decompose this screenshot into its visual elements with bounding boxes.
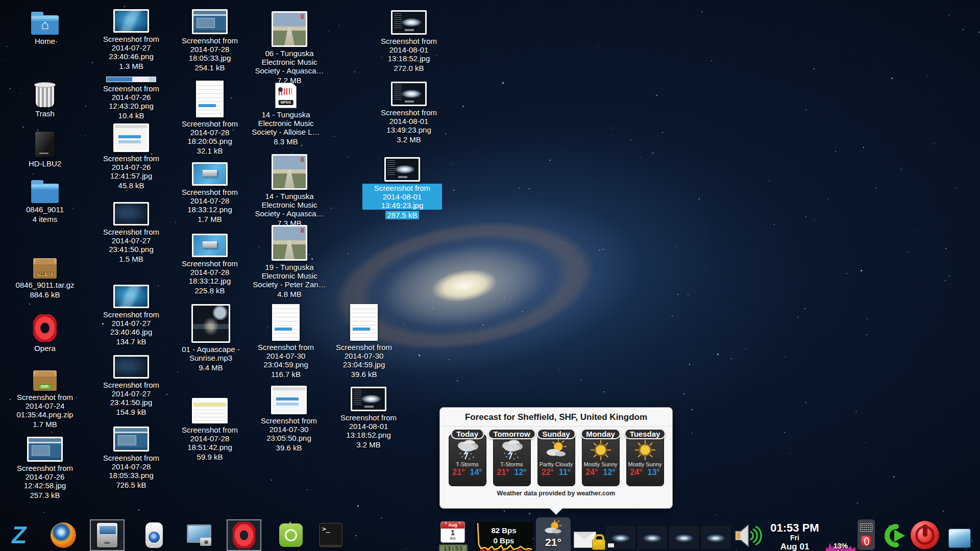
desktop-icon[interactable]: Screenshot from 2014-08-01 13:49:23.jpg2… (362, 157, 442, 220)
desktop-icon[interactable]: Screenshot from 2014-07-28 18:20:05.png3… (170, 81, 250, 156)
desktop-icon[interactable]: 819 - Tunguska Electronic Music Society … (250, 225, 329, 299)
power-button[interactable] (911, 521, 939, 549)
desktop-icon[interactable]: Screenshot from 2014-08-01 13:49:23.png3… (369, 82, 449, 144)
forecast-day-card: TuesdayMostly Sunny24°13° (626, 429, 664, 486)
file-size: 3.2 MB (355, 440, 382, 449)
file-thumbnail: TAR GZ (33, 258, 57, 279)
file-size: 254.1 kB (193, 63, 226, 72)
high-temp: 22° (542, 468, 554, 477)
file-thumbnail (106, 77, 156, 82)
calendar-applet[interactable]: Aug 1 Fri 13:53 (439, 521, 467, 551)
launcher-opera[interactable] (228, 520, 260, 550)
file-size: 4.8 MB (276, 290, 303, 298)
show-desktop-button[interactable] (948, 529, 971, 548)
desktop-icon[interactable]: Opera (5, 314, 85, 353)
desktop-icon[interactable]: 814 - Tunguska Electronic Music Society … (250, 154, 329, 228)
workspace-4[interactable] (700, 525, 731, 550)
desktop-icon[interactable]: 806 - Tunguska Electronic Music Society … (250, 11, 329, 85)
desktop-icon[interactable]: Screenshot from 2014-07-26 12:43:20.png1… (91, 77, 171, 120)
desktop-icon[interactable]: Screenshot from 2014-07-26 12:42:58.jpg2… (5, 437, 85, 500)
desktop-icon[interactable]: Screenshot from 2014-08-01 13:18:52.jpg2… (369, 10, 449, 73)
desktop-icon[interactable]: Screenshot from 2014-07-27 23:40:46.jpg1… (91, 285, 171, 346)
file-thumbnail (36, 85, 54, 107)
file-thumbnail (271, 386, 307, 414)
desktop-icon[interactable]: TAR GZ0846_9011.tar.gz884.6 kB (5, 258, 85, 299)
desktop-icon[interactable]: Screenshot from 2014-07-28 18:05:33.png7… (91, 427, 171, 490)
desktop-icon[interactable]: Screenshot from 2014-07-30 23:05:50.png3… (249, 386, 329, 453)
desktop-icon[interactable]: 01 - Aquascape - Sunrise.mp39.4 MB (171, 304, 251, 372)
clock-applet[interactable]: 01:53 PM Fri Aug 01 (765, 521, 825, 551)
launcher-terminal[interactable]: >_ (314, 520, 347, 550)
desktop-icon[interactable]: Trash (5, 85, 85, 118)
speaker-icon (733, 521, 765, 550)
terminal-icon: >_ (319, 523, 342, 547)
launcher-firefox[interactable] (47, 520, 80, 550)
firefox-icon (51, 522, 76, 548)
day-label: Today (451, 429, 484, 439)
file-size: 45.8 kB (117, 181, 146, 190)
workspace-2[interactable] (637, 525, 668, 550)
targz-badge: TAR GZ (37, 272, 54, 277)
opera-tray-icon[interactable] (861, 536, 871, 546)
launcher-software-center[interactable] (275, 520, 307, 550)
desktop-icon[interactable]: Screenshot from 2014-07-28 18:05:33.jpg2… (170, 9, 250, 72)
album-number-badge: 8 (301, 156, 304, 163)
desktop-icon[interactable]: Screenshot from 2014-07-30 23:04:59.jpg3… (324, 304, 404, 379)
file-size: 1.3 MB (117, 62, 145, 70)
weather-applet[interactable]: 21° (536, 517, 571, 551)
desktop-icon[interactable]: Screenshot from 2014-07-30 23:04:59.png1… (246, 304, 326, 379)
desktop-icon[interactable]: Screenshot from 2014-08-01 13:18:52.png3… (329, 387, 408, 449)
desktop-icon[interactable]: ZIPScreenshot from 2014-07-24 01:35:44.p… (5, 370, 85, 429)
workspace-1[interactable] (605, 525, 636, 550)
desktop-icon[interactable]: Screenshot from 2014-07-26 12:41:57.jpg4… (91, 123, 171, 190)
file-size: 39.6 kB (275, 443, 304, 452)
file-thumbnail: ⌂ (31, 15, 59, 35)
desktop-icon[interactable]: MPEG14 - Tunguska Electronic Music Socie… (246, 83, 326, 146)
forecast-days: TodayT-Storms21°14°TomorrowT-Storms21°12… (440, 429, 672, 486)
file-size: 3.2 MB (395, 135, 423, 144)
launcher-file-manager[interactable] (91, 520, 124, 550)
launcher-webcam[interactable] (138, 520, 170, 550)
clock-date: Aug 01 (765, 542, 825, 551)
forecast-day-card: TodayT-Storms21°14° (449, 429, 486, 486)
desktop-icon[interactable]: Screenshot from 2014-07-27 23:41:50.png1… (91, 202, 171, 264)
file-name: Screenshot from 2014-07-28 18:51:42.png (170, 425, 250, 452)
file-thumbnail (192, 234, 228, 257)
high-temp: 24° (630, 468, 642, 477)
low-temp: 11° (559, 468, 571, 477)
desktop-icon[interactable]: Screenshot from 2014-07-28 18:51:42.png5… (170, 398, 250, 462)
file-thumbnail (196, 81, 224, 117)
forecast-day-card: MondayMostly Sunny24°12° (582, 429, 620, 486)
file-size: 225.8 kB (193, 286, 226, 295)
file-name: Screenshot from 2014-08-01 13:18:52.png (329, 413, 408, 439)
opera-icon (233, 522, 255, 548)
desktop-icon[interactable]: Screenshot from 2014-07-28 18:33:12.png1… (170, 162, 250, 224)
file-name: Screenshot from 2014-07-28 18:05:33.png (91, 454, 171, 480)
file-thumbnail (35, 132, 55, 157)
logout-button[interactable] (876, 521, 905, 550)
network-monitor-applet[interactable]: 82 Bps 0 Bps (475, 522, 533, 551)
desktop-icon[interactable]: Screenshot from 2014-07-27 23:41:50.jpg1… (91, 355, 171, 417)
file-name: 14 - Tunguska Electronic Music Society -… (246, 110, 326, 136)
launcher-screenshot-tool[interactable] (183, 520, 215, 550)
workspace-3[interactable] (669, 525, 699, 550)
day-label: Sunday (536, 429, 575, 439)
keyring-applet[interactable] (574, 530, 605, 550)
desktop: ⌂HomeTrashHD-LBU20846_90114 itemsTAR GZ0… (0, 0, 980, 551)
desktop-icon[interactable]: Screenshot from 2014-07-28 18:33:12.jpg2… (170, 234, 250, 295)
desktop-icon[interactable]: HD-LBU2 (5, 132, 85, 168)
file-thumbnail (272, 304, 300, 341)
cpu-usage: 13% (826, 542, 855, 550)
desktop-icon[interactable]: ⌂Home (5, 11, 85, 46)
cpu-monitor-applet[interactable]: 13% (826, 537, 855, 551)
file-thumbnail (391, 82, 427, 106)
keyboard-indicator-icon[interactable] (860, 523, 872, 532)
launcher-zorin-menu[interactable]: Z (3, 520, 36, 550)
forecast-title: Forecast for Sheffield, SHF, United King… (440, 408, 672, 427)
file-name: Screenshot from 2014-07-30 23:04:59.jpg (324, 343, 404, 369)
clock-weekday: Fri (765, 534, 825, 542)
partly-cloudy-icon (545, 439, 568, 461)
desktop-icon[interactable]: 0846_90114 items (5, 180, 85, 224)
volume-applet[interactable] (733, 521, 765, 549)
desktop-icon[interactable]: Screenshot from 2014-07-27 23:40:46.png1… (91, 9, 171, 71)
